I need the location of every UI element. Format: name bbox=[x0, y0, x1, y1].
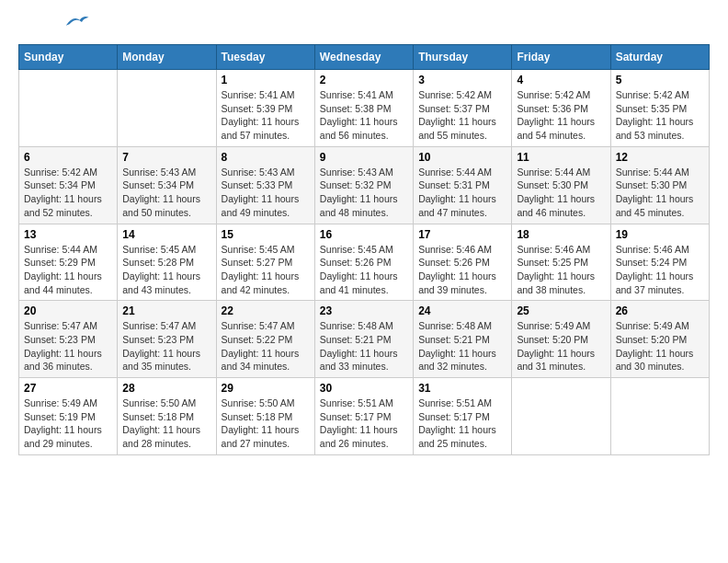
calendar-cell: 15Sunrise: 5:45 AMSunset: 5:27 PMDayligh… bbox=[216, 224, 314, 301]
day-number: 19 bbox=[616, 228, 704, 241]
day-number: 28 bbox=[122, 382, 210, 395]
cell-info: Sunrise: 5:49 AMSunset: 5:20 PMDaylight:… bbox=[517, 319, 605, 373]
day-number: 12 bbox=[616, 151, 704, 164]
day-number: 1 bbox=[222, 74, 310, 86]
cell-info: Sunrise: 5:42 AMSunset: 5:35 PMDaylight:… bbox=[616, 88, 704, 143]
calendar-cell: 28Sunrise: 5:50 AMSunset: 5:18 PMDayligh… bbox=[118, 378, 216, 455]
day-number: 27 bbox=[24, 382, 112, 395]
cell-info: Sunrise: 5:46 AMSunset: 5:25 PMDaylight:… bbox=[517, 243, 605, 297]
day-number: 9 bbox=[320, 151, 408, 164]
day-number: 18 bbox=[517, 228, 605, 241]
day-number: 30 bbox=[320, 382, 408, 395]
cell-info: Sunrise: 5:43 AMSunset: 5:32 PMDaylight:… bbox=[320, 166, 408, 220]
cell-info: Sunrise: 5:48 AMSunset: 5:21 PMDaylight:… bbox=[418, 319, 506, 373]
cell-info: Sunrise: 5:47 AMSunset: 5:23 PMDaylight:… bbox=[24, 319, 112, 373]
calendar-cell: 12Sunrise: 5:44 AMSunset: 5:30 PMDayligh… bbox=[610, 146, 709, 224]
calendar-cell: 16Sunrise: 5:45 AMSunset: 5:26 PMDayligh… bbox=[314, 224, 413, 301]
calendar-body: 1Sunrise: 5:41 AMSunset: 5:39 PMDaylight… bbox=[19, 70, 710, 455]
page-header bbox=[18, 18, 710, 29]
cell-info: Sunrise: 5:46 AMSunset: 5:26 PMDaylight:… bbox=[418, 243, 506, 297]
cell-info: Sunrise: 5:51 AMSunset: 5:17 PMDaylight:… bbox=[418, 396, 506, 451]
day-number: 5 bbox=[616, 74, 704, 86]
day-number: 31 bbox=[418, 382, 506, 395]
day-number: 23 bbox=[320, 304, 408, 317]
cell-info: Sunrise: 5:47 AMSunset: 5:23 PMDaylight:… bbox=[122, 319, 210, 373]
day-number: 2 bbox=[320, 74, 408, 86]
cell-info: Sunrise: 5:43 AMSunset: 5:34 PMDaylight:… bbox=[122, 166, 210, 220]
day-number: 11 bbox=[517, 151, 605, 164]
weekday-header: Tuesday bbox=[216, 45, 314, 70]
day-number: 22 bbox=[222, 304, 310, 317]
cell-info: Sunrise: 5:44 AMSunset: 5:29 PMDaylight:… bbox=[24, 243, 112, 297]
day-number: 17 bbox=[418, 228, 506, 241]
cell-info: Sunrise: 5:46 AMSunset: 5:24 PMDaylight:… bbox=[616, 243, 704, 297]
day-number: 21 bbox=[122, 304, 210, 317]
day-number: 4 bbox=[517, 74, 605, 86]
weekday-header: Saturday bbox=[610, 45, 709, 70]
cell-info: Sunrise: 5:48 AMSunset: 5:21 PMDaylight:… bbox=[320, 319, 408, 373]
calendar-cell: 14Sunrise: 5:45 AMSunset: 5:28 PMDayligh… bbox=[118, 224, 216, 301]
logo-bird-icon bbox=[63, 11, 90, 29]
calendar-cell: 26Sunrise: 5:49 AMSunset: 5:20 PMDayligh… bbox=[610, 301, 709, 378]
calendar-cell: 9Sunrise: 5:43 AMSunset: 5:32 PMDaylight… bbox=[314, 146, 413, 224]
weekday-header: Sunday bbox=[19, 45, 118, 70]
cell-info: Sunrise: 5:43 AMSunset: 5:33 PMDaylight:… bbox=[222, 166, 310, 220]
day-number: 20 bbox=[24, 304, 112, 317]
calendar-cell: 10Sunrise: 5:44 AMSunset: 5:31 PMDayligh… bbox=[414, 146, 512, 224]
calendar-cell: 11Sunrise: 5:44 AMSunset: 5:30 PMDayligh… bbox=[512, 146, 610, 224]
cell-info: Sunrise: 5:44 AMSunset: 5:31 PMDaylight:… bbox=[418, 166, 506, 220]
calendar-cell: 31Sunrise: 5:51 AMSunset: 5:17 PMDayligh… bbox=[414, 378, 512, 455]
cell-info: Sunrise: 5:45 AMSunset: 5:28 PMDaylight:… bbox=[122, 243, 210, 297]
cell-info: Sunrise: 5:44 AMSunset: 5:30 PMDaylight:… bbox=[616, 166, 704, 220]
cell-info: Sunrise: 5:41 AMSunset: 5:39 PMDaylight:… bbox=[222, 88, 310, 143]
calendar-cell bbox=[19, 70, 118, 147]
calendar-cell: 3Sunrise: 5:42 AMSunset: 5:37 PMDaylight… bbox=[414, 70, 512, 147]
cell-info: Sunrise: 5:42 AMSunset: 5:36 PMDaylight:… bbox=[517, 88, 605, 143]
calendar-week-row: 6Sunrise: 5:42 AMSunset: 5:34 PMDaylight… bbox=[19, 146, 710, 224]
logo bbox=[18, 18, 90, 29]
calendar-cell: 24Sunrise: 5:48 AMSunset: 5:21 PMDayligh… bbox=[414, 301, 512, 378]
cell-info: Sunrise: 5:42 AMSunset: 5:37 PMDaylight:… bbox=[418, 88, 506, 143]
cell-info: Sunrise: 5:51 AMSunset: 5:17 PMDaylight:… bbox=[320, 396, 408, 451]
calendar-cell: 27Sunrise: 5:49 AMSunset: 5:19 PMDayligh… bbox=[19, 378, 118, 455]
day-number: 29 bbox=[222, 382, 310, 395]
calendar-cell: 20Sunrise: 5:47 AMSunset: 5:23 PMDayligh… bbox=[19, 301, 118, 378]
day-number: 7 bbox=[122, 151, 210, 164]
calendar-week-row: 20Sunrise: 5:47 AMSunset: 5:23 PMDayligh… bbox=[19, 301, 710, 378]
day-number: 15 bbox=[222, 228, 310, 241]
calendar-cell bbox=[610, 378, 709, 455]
calendar-cell: 23Sunrise: 5:48 AMSunset: 5:21 PMDayligh… bbox=[314, 301, 413, 378]
day-number: 3 bbox=[418, 74, 506, 86]
day-number: 16 bbox=[320, 228, 408, 241]
day-number: 14 bbox=[122, 228, 210, 241]
cell-info: Sunrise: 5:50 AMSunset: 5:18 PMDaylight:… bbox=[122, 396, 210, 451]
calendar-cell: 4Sunrise: 5:42 AMSunset: 5:36 PMDaylight… bbox=[512, 70, 610, 147]
calendar-cell: 8Sunrise: 5:43 AMSunset: 5:33 PMDaylight… bbox=[216, 146, 314, 224]
calendar-header: SundayMondayTuesdayWednesdayThursdayFrid… bbox=[19, 45, 710, 70]
cell-info: Sunrise: 5:45 AMSunset: 5:26 PMDaylight:… bbox=[320, 243, 408, 297]
day-number: 8 bbox=[222, 151, 310, 164]
calendar-cell: 21Sunrise: 5:47 AMSunset: 5:23 PMDayligh… bbox=[118, 301, 216, 378]
calendar-cell: 1Sunrise: 5:41 AMSunset: 5:39 PMDaylight… bbox=[216, 70, 314, 147]
calendar-cell: 22Sunrise: 5:47 AMSunset: 5:22 PMDayligh… bbox=[216, 301, 314, 378]
cell-info: Sunrise: 5:45 AMSunset: 5:27 PMDaylight:… bbox=[222, 243, 310, 297]
calendar-cell: 30Sunrise: 5:51 AMSunset: 5:17 PMDayligh… bbox=[314, 378, 413, 455]
calendar-cell: 5Sunrise: 5:42 AMSunset: 5:35 PMDaylight… bbox=[610, 70, 709, 147]
cell-info: Sunrise: 5:41 AMSunset: 5:38 PMDaylight:… bbox=[320, 88, 408, 143]
calendar-table: SundayMondayTuesdayWednesdayThursdayFrid… bbox=[18, 44, 710, 455]
calendar-week-row: 27Sunrise: 5:49 AMSunset: 5:19 PMDayligh… bbox=[19, 378, 710, 455]
cell-info: Sunrise: 5:47 AMSunset: 5:22 PMDaylight:… bbox=[222, 319, 310, 373]
calendar-cell: 2Sunrise: 5:41 AMSunset: 5:38 PMDaylight… bbox=[314, 70, 413, 147]
day-number: 24 bbox=[418, 304, 506, 317]
day-number: 13 bbox=[24, 228, 112, 241]
calendar-week-row: 1Sunrise: 5:41 AMSunset: 5:39 PMDaylight… bbox=[19, 70, 710, 147]
cell-info: Sunrise: 5:49 AMSunset: 5:19 PMDaylight:… bbox=[24, 396, 112, 451]
day-number: 10 bbox=[418, 151, 506, 164]
calendar-cell: 18Sunrise: 5:46 AMSunset: 5:25 PMDayligh… bbox=[512, 224, 610, 301]
weekday-header: Thursday bbox=[414, 45, 512, 70]
day-number: 26 bbox=[616, 304, 704, 317]
weekday-header: Monday bbox=[118, 45, 216, 70]
calendar-cell bbox=[118, 70, 216, 147]
calendar-cell: 29Sunrise: 5:50 AMSunset: 5:18 PMDayligh… bbox=[216, 378, 314, 455]
header-row: SundayMondayTuesdayWednesdayThursdayFrid… bbox=[19, 45, 710, 70]
